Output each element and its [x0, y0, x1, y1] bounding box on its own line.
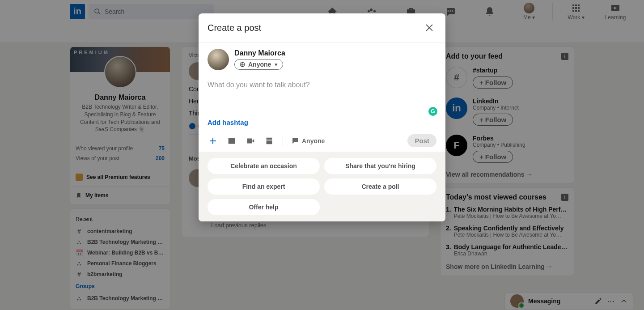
suggestion-offer-help[interactable]: Offer help: [208, 199, 320, 215]
modal-user-avatar: [208, 49, 229, 70]
modal-user-name: Danny Maiorca: [234, 49, 285, 57]
video-icon: [246, 136, 255, 146]
close-icon: [424, 23, 434, 33]
add-media-button[interactable]: [208, 136, 218, 146]
add-hashtag-button[interactable]: Add hashtag: [199, 119, 445, 130]
post-suggestions: Celebrate an occasion Share that you're …: [199, 152, 445, 221]
plus-icon: [208, 136, 218, 146]
comment-visibility-label: Anyone: [302, 137, 325, 144]
add-video-button[interactable]: [245, 136, 256, 146]
globe-icon: [239, 61, 246, 68]
close-button[interactable]: [422, 21, 436, 35]
suggestion-hiring[interactable]: Share that you're hiring: [324, 158, 436, 174]
post-submit-button[interactable]: Post: [407, 134, 436, 147]
toolbar-divider: [283, 136, 283, 146]
add-photo-button[interactable]: [226, 136, 237, 146]
modal-title: Create a post: [208, 23, 261, 33]
modal-header: Create a post: [199, 13, 445, 42]
suggestion-poll[interactable]: Create a poll: [324, 178, 436, 195]
add-document-button[interactable]: [264, 136, 275, 146]
caret-down-icon: ▼: [274, 62, 278, 67]
suggestion-celebrate[interactable]: Celebrate an occasion: [208, 158, 320, 174]
visibility-label: Anyone: [248, 61, 271, 68]
modal-user-row: Danny Maiorca Anyone ▼: [199, 42, 445, 70]
modal-body: What do you want to talk about? G: [199, 70, 445, 119]
comment-visibility-button[interactable]: Anyone: [291, 137, 325, 145]
suggestion-expert[interactable]: Find an expert: [208, 178, 320, 195]
create-post-modal: Create a post Danny Maiorca Anyone ▼ Wha…: [199, 13, 445, 221]
comment-icon: [291, 137, 299, 145]
grammarly-icon[interactable]: G: [428, 107, 437, 116]
visibility-selector[interactable]: Anyone ▼: [234, 59, 283, 70]
modal-toolbar: Anyone Post: [199, 130, 445, 152]
document-icon: [264, 136, 274, 146]
post-editor[interactable]: What do you want to talk about?: [208, 74, 436, 119]
photo-icon: [227, 136, 237, 146]
